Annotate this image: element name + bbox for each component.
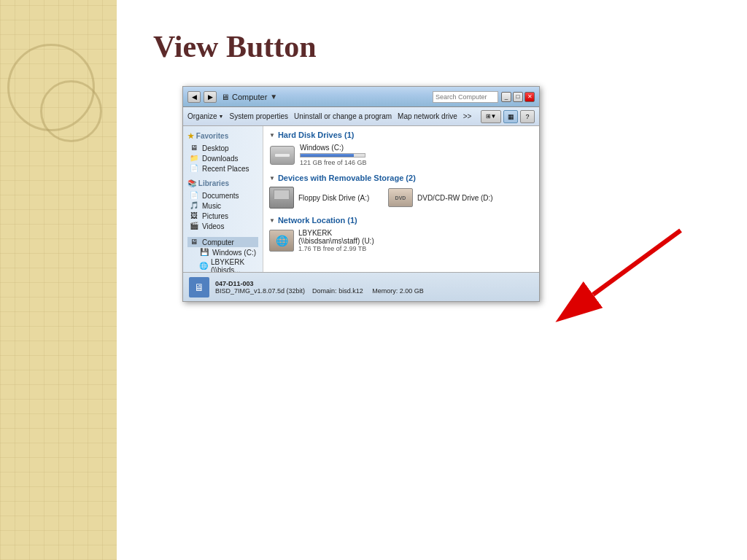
maximize-button[interactable]: □: [513, 92, 523, 102]
removable-section-header: Devices with Removable Storage (2): [269, 174, 533, 182]
pane-icon: ▦: [508, 113, 514, 120]
downloads-icon: 📁: [189, 154, 199, 163]
dvd-name: DVD/CD-RW Drive (D:): [417, 194, 501, 202]
dvd-item[interactable]: DVD DVD/CD-RW Drive (D:): [388, 187, 501, 209]
explorer-body: ★ Favorites 🖥 Desktop 📁 Downloads 📄: [183, 126, 539, 272]
recent-icon: 📄: [189, 164, 199, 173]
network-drive-icon: 🌐: [199, 262, 208, 271]
view-controls: ⊞▼ ▦ ?: [481, 110, 535, 123]
network-drive-size: 1.76 TB free of 2.99 TB: [298, 245, 382, 252]
network-drive-item[interactable]: 🌐 LBYKERK (\\bisdsan\ms\staff) (U:) 1.76…: [269, 229, 382, 252]
main-content: View Button ◀ ▶ 🖥 Computer ▼ _ □: [117, 0, 747, 560]
sidebar-item-downloads[interactable]: 📁 Downloads: [187, 153, 258, 163]
map-network-button[interactable]: Map network drive: [398, 112, 457, 120]
address-bar[interactable]: 🖥 Computer ▼: [221, 93, 428, 101]
sidebar-item-videos[interactable]: 🎬 Videos: [187, 221, 258, 231]
libraries-section: 📚 Libraries 📄 Documents 🎵 Music 🖼: [187, 179, 258, 231]
view-icon: ⊞▼: [486, 113, 497, 120]
computer-icon: 🖥: [189, 238, 199, 246]
search-input[interactable]: [433, 91, 498, 103]
system-properties-button[interactable]: System properties: [230, 112, 289, 120]
sidebar-item-recent[interactable]: 📄 Recent Places: [187, 163, 258, 174]
svg-line-1: [593, 230, 681, 295]
close-button[interactable]: ✕: [525, 92, 535, 102]
videos-icon: 🎬: [189, 222, 199, 230]
title-bar-left: ◀ ▶: [187, 91, 217, 103]
hard-disk-grid: Windows (C:) 121 GB free of 146 GB: [269, 144, 533, 166]
pane-toggle-button[interactable]: ▦: [503, 110, 518, 123]
favorites-section: ★ Favorites 🖥 Desktop 📁 Downloads 📄: [187, 132, 258, 174]
network-drive-info: LBYKERK (\\bisdsan\ms\staff) (U:) 1.76 T…: [298, 229, 382, 252]
path-text: Computer: [232, 93, 267, 101]
computer-status-icon: 🖥: [189, 277, 209, 298]
content-area: Hard Disk Drives (1) Windows (C:): [263, 126, 539, 272]
favorites-header: ★ Favorites: [187, 132, 258, 140]
sidebar-item-desktop[interactable]: 🖥 Desktop: [187, 143, 258, 153]
help-icon: ?: [525, 113, 529, 120]
sidebar-item-windows-c[interactable]: 💾 Windows (C:): [187, 247, 258, 257]
minimize-button[interactable]: _: [501, 92, 511, 102]
dvd-icon: DVD: [388, 187, 413, 209]
decorative-circle-medium: [40, 80, 102, 142]
computer-section: 🖥 Computer 💾 Windows (C:) 🌐 LBYKERK (\\b…: [187, 237, 258, 272]
back-button[interactable]: ◀: [187, 91, 201, 103]
drive-c-icon: [269, 144, 295, 166]
path-computer-icon: 🖥: [221, 93, 229, 101]
removable-grid: Floppy Disk Drive (A:) DVD DVD/CD-RW Dri…: [269, 187, 533, 209]
sidebar-item-lbykerk[interactable]: 🌐 LBYKERK (\\bisds...: [187, 257, 258, 272]
status-details: BISD_7IMG_v1.8.07.5d (32bit) Domain: bis…: [215, 287, 424, 295]
floppy-info: Floppy Disk Drive (A:): [298, 194, 382, 202]
red-arrow-annotation: [533, 225, 700, 341]
documents-icon: 📄: [189, 191, 199, 200]
status-bar: 🖥 047-D11-003 BISD_7IMG_v1.8.07.5d (32bi…: [183, 272, 539, 301]
sidebar-item-computer[interactable]: 🖥 Computer: [187, 237, 258, 247]
toolbar: Organize ▼ System properties Uninstall o…: [183, 107, 539, 126]
computer-id: 047-D11-003: [215, 280, 424, 287]
view-options-button[interactable]: ⊞▼: [481, 110, 501, 123]
floppy-name: Floppy Disk Drive (A:): [298, 194, 382, 202]
drive-c-icon: 💾: [199, 248, 209, 257]
hdd-shape: [270, 146, 295, 165]
left-panel: [0, 0, 117, 560]
dvd-box: DVD: [388, 188, 413, 207]
pictures-icon: 🖼: [189, 211, 199, 220]
organize-arrow: ▼: [219, 114, 224, 119]
explorer-window: ◀ ▶ 🖥 Computer ▼ _ □ ✕ Organize: [182, 86, 540, 302]
forward-button[interactable]: ▶: [204, 91, 217, 103]
drive-c-fill: [301, 154, 354, 157]
drive-c-item[interactable]: Windows (C:) 121 GB free of 146 GB: [269, 144, 382, 166]
status-info: 047-D11-003 BISD_7IMG_v1.8.07.5d (32bit)…: [215, 280, 424, 295]
libraries-header: 📚 Libraries: [187, 179, 258, 187]
network-drive-name: LBYKERK (\\bisdsan\ms\staff) (U:): [298, 229, 382, 245]
more-button[interactable]: >>: [463, 112, 472, 120]
drive-c-name: Windows (C:): [300, 144, 382, 152]
uninstall-button[interactable]: Uninstall or change a program: [294, 112, 392, 120]
sidebar-item-music[interactable]: 🎵 Music: [187, 201, 258, 211]
dvd-info: DVD/CD-RW Drive (D:): [417, 194, 501, 202]
sidebar: ★ Favorites 🖥 Desktop 📁 Downloads 📄: [183, 126, 263, 272]
music-icon: 🎵: [189, 201, 199, 210]
network-section-header: Network Location (1): [269, 216, 533, 225]
drive-c-info: Windows (C:) 121 GB free of 146 GB: [300, 144, 382, 166]
organize-button[interactable]: Organize ▼: [187, 112, 224, 120]
network-grid: 🌐 LBYKERK (\\bisdsan\ms\staff) (U:) 1.76…: [269, 229, 533, 252]
drive-c-size: 121 GB free of 146 GB: [300, 159, 382, 166]
title-bar: ◀ ▶ 🖥 Computer ▼ _ □ ✕: [183, 87, 539, 107]
desktop-icon: 🖥: [189, 144, 199, 152]
hard-disk-section-header: Hard Disk Drives (1): [269, 131, 533, 139]
sidebar-item-pictures[interactable]: 🖼 Pictures: [187, 211, 258, 221]
sidebar-item-documents[interactable]: 📄 Documents: [187, 190, 258, 201]
help-button[interactable]: ?: [520, 110, 535, 123]
path-dropdown-arrow[interactable]: ▼: [270, 93, 277, 101]
explorer-container: ◀ ▶ 🖥 Computer ▼ _ □ ✕ Organize: [153, 86, 540, 302]
drive-c-bar: [300, 153, 365, 158]
network-drive-icon-shape: 🌐: [269, 230, 294, 252]
floppy-icon: [269, 187, 294, 209]
floppy-item[interactable]: Floppy Disk Drive (A:): [269, 187, 382, 209]
page-title: View Button: [153, 29, 725, 64]
